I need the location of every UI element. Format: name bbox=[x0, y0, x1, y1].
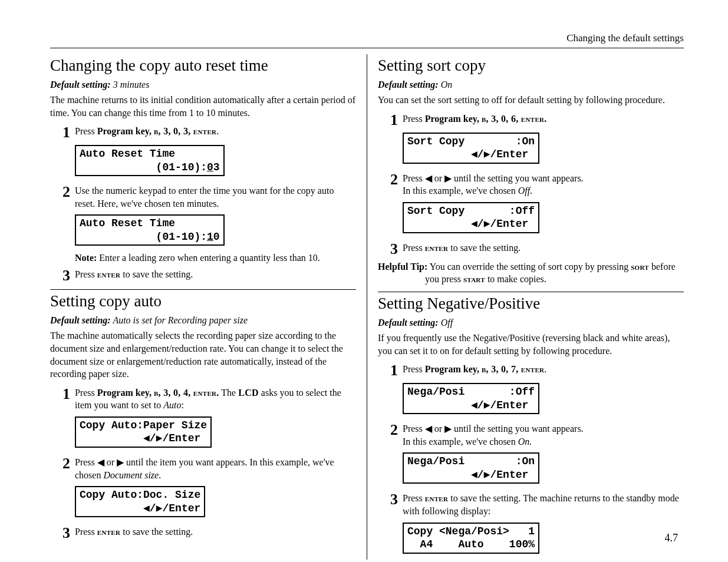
step-text: Use the numeric keypad to enter the time… bbox=[75, 184, 356, 210]
intro-text: The machine returns to its initial condi… bbox=[50, 94, 356, 119]
section-rule bbox=[378, 292, 684, 292]
page-number: 4.7 bbox=[665, 532, 678, 544]
step-text: Press ◀ or ▶ until the setting you want … bbox=[403, 422, 684, 448]
section-title-nega-posi: Setting Negative/Positive bbox=[378, 295, 684, 313]
intro-text: You can set the sort setting to off for … bbox=[378, 94, 684, 107]
helpful-tip: Helpful Tip: You can override the settin… bbox=[378, 260, 684, 286]
step-number: 2 bbox=[378, 172, 403, 197]
step-text: Press Program key, b, 3, 0, 4, enter. Th… bbox=[75, 386, 356, 412]
step-3: 3 Press enter to save the setting. bbox=[50, 525, 356, 541]
header-rule bbox=[50, 48, 684, 48]
step-text: Press enter to save the setting. The mac… bbox=[403, 492, 684, 517]
note: Note: Enter a leading zero when entering… bbox=[75, 253, 356, 263]
default-value: 3 minutes bbox=[111, 80, 150, 90]
default-label: Default setting: bbox=[50, 80, 111, 90]
step-text: Press enter to save the setting. bbox=[403, 242, 684, 257]
step-2: 2 Press ◀ or ▶ until the item you want a… bbox=[50, 456, 356, 481]
step-1: 1 Press Program key, b, 3, 0, 4, enter. … bbox=[50, 386, 356, 412]
lcd-display: Nega/Posi :Off ◀/▶/Enter bbox=[403, 383, 539, 414]
step-2: 2 Press ◀ or ▶ until the setting you wan… bbox=[378, 172, 684, 197]
intro-text: If you frequently use the Negative/Posit… bbox=[378, 332, 684, 357]
lcd-display: Auto Reset Time (01-10):03 bbox=[75, 145, 225, 176]
default-setting-line: Default setting: Off bbox=[378, 318, 684, 328]
step-3: 3 Press enter to save the setting. The m… bbox=[378, 492, 684, 517]
lcd-display: Nega/Posi :On ◀/▶/Enter bbox=[403, 452, 539, 484]
step-1: 1 Press Program key, b, 3, 0, 3, enter. bbox=[50, 125, 356, 140]
step-number: 1 bbox=[378, 113, 403, 128]
left-column: Changing the copy auto reset time Defaul… bbox=[50, 54, 367, 560]
running-header: Changing the default settings bbox=[50, 32, 684, 44]
section-title-copy-auto: Setting copy auto bbox=[50, 292, 356, 310]
lcd-display: Copy <Nega/Posi> 1 A4 Auto 100% bbox=[403, 523, 539, 554]
step-text: Press Program key, b, 3, 0, 3, enter. bbox=[75, 125, 356, 140]
step-number: 1 bbox=[378, 363, 403, 378]
step-text: Press Program key, b, 3, 0, 7, enter. bbox=[403, 363, 684, 378]
section-title-sort-copy: Setting sort copy bbox=[378, 57, 684, 75]
intro-text: The machine automatically selects the re… bbox=[50, 329, 356, 380]
lcd-display: Copy Auto:Doc. Size ◀/▶/Enter bbox=[75, 486, 205, 517]
step-text: Press Program key, b, 3, 0, 6, enter. bbox=[403, 113, 684, 128]
step-number: 3 bbox=[50, 268, 75, 283]
step-text: Press ◀ or ▶ until the setting you want … bbox=[403, 172, 684, 197]
step-1: 1 Press Program key, b, 3, 0, 7, enter. bbox=[378, 363, 684, 378]
default-setting-line: Default setting: Auto is set for Recordi… bbox=[50, 315, 356, 326]
lcd-display: Sort Copy :Off ◀/▶/Enter bbox=[403, 202, 539, 233]
step-text: Press enter to save the setting. bbox=[75, 268, 356, 283]
lcd-display: Sort Copy :On ◀/▶/Enter bbox=[403, 133, 539, 164]
default-setting-line: Default setting: On bbox=[378, 80, 684, 90]
default-setting-line: Default setting: 3 minutes bbox=[50, 80, 356, 90]
section-rule bbox=[50, 289, 356, 290]
step-number: 3 bbox=[378, 492, 403, 517]
step-number: 2 bbox=[50, 456, 75, 481]
step-text: Press ◀ or ▶ until the item you want app… bbox=[75, 456, 356, 481]
step-1: 1 Press Program key, b, 3, 0, 6, enter. bbox=[378, 113, 684, 128]
step-number: 2 bbox=[378, 422, 403, 448]
section-title-auto-reset: Changing the copy auto reset time bbox=[50, 57, 356, 75]
step-text: Press enter to save the setting. bbox=[75, 525, 356, 541]
lcd-display: Copy Auto:Paper Size ◀/▶/Enter bbox=[75, 416, 212, 448]
step-number: 3 bbox=[378, 242, 403, 257]
step-2: 2 Use the numeric keypad to enter the ti… bbox=[50, 184, 356, 210]
step-number: 1 bbox=[50, 386, 75, 412]
step-3: 3 Press enter to save the setting. bbox=[50, 268, 356, 283]
step-number: 2 bbox=[50, 184, 75, 210]
step-number: 1 bbox=[50, 125, 75, 140]
right-column: Setting sort copy Default setting: On Yo… bbox=[367, 54, 684, 560]
lcd-display: Auto Reset Time (01-10):10 bbox=[75, 214, 225, 246]
step-3: 3 Press enter to save the setting. bbox=[378, 242, 684, 257]
two-column-layout: Changing the copy auto reset time Defaul… bbox=[50, 54, 684, 560]
step-2: 2 Press ◀ or ▶ until the setting you wan… bbox=[378, 422, 684, 448]
step-number: 3 bbox=[50, 525, 75, 541]
page: Changing the default settings Changing t… bbox=[0, 0, 728, 560]
